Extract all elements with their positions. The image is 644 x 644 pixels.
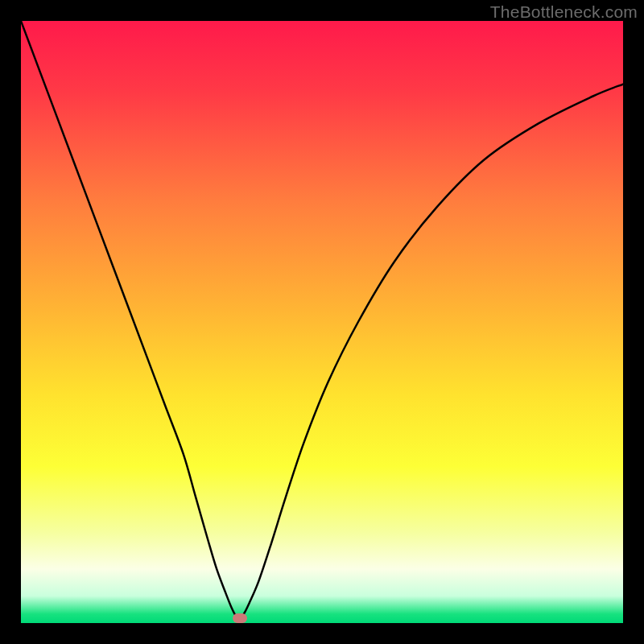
optimal-marker [233, 613, 247, 623]
chart-stage: TheBottleneck.com [0, 0, 644, 644]
attribution-text: TheBottleneck.com [490, 2, 638, 22]
bottleneck-curve [21, 21, 623, 623]
plot-area [21, 21, 623, 623]
